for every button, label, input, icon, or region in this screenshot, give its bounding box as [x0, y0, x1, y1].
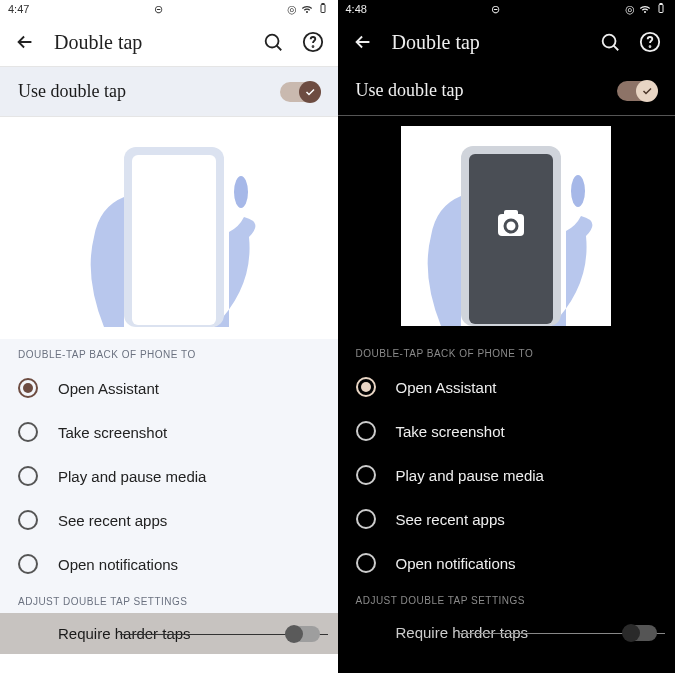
option-label: Open Assistant [396, 379, 497, 396]
option-label: Take screenshot [396, 423, 505, 440]
clock: 4:47 [8, 3, 29, 15]
master-toggle-row[interactable]: Use double tap [338, 66, 676, 115]
svg-point-2 [265, 35, 278, 48]
search-icon[interactable] [262, 31, 284, 53]
master-toggle-row[interactable]: Use double tap [0, 66, 338, 117]
option-label: Take screenshot [58, 424, 167, 441]
dnd-icon: ⊝ [491, 3, 500, 16]
wifi-icon [301, 2, 313, 16]
require-harder-taps-row[interactable]: Require harder taps [0, 613, 338, 654]
section-header-actions: DOUBLE-TAP BACK OF PHONE TO [338, 338, 676, 365]
illustration-area [0, 117, 338, 339]
app-bar: Double tap [338, 18, 676, 66]
svg-rect-19 [504, 210, 518, 216]
option-open-assistant[interactable]: Open Assistant [338, 365, 676, 409]
radio-icon [356, 465, 376, 485]
radio-icon [356, 377, 376, 397]
option-label: Play and pause media [58, 468, 206, 485]
dnd-icon: ⊝ [154, 3, 163, 16]
setting-toggle-switch[interactable] [623, 625, 657, 641]
svg-rect-1 [322, 4, 324, 5]
wifi-icon [639, 2, 651, 16]
option-label: Play and pause media [396, 467, 544, 484]
svg-point-7 [234, 176, 248, 208]
back-icon[interactable] [14, 31, 36, 53]
help-icon[interactable] [302, 31, 324, 53]
svg-rect-15 [469, 154, 553, 324]
clock: 4:48 [346, 3, 367, 15]
option-open-assistant[interactable]: Open Assistant [0, 366, 338, 410]
status-bar: 4:48 ⊝ ◎ [338, 0, 676, 18]
svg-rect-6 [132, 155, 216, 325]
battery-icon [655, 2, 667, 16]
illustration-area [338, 116, 676, 338]
page-title: Double tap [392, 31, 582, 54]
master-toggle-switch[interactable] [617, 81, 657, 101]
setting-toggle-switch[interactable] [286, 626, 320, 642]
option-play-pause-media[interactable]: Play and pause media [338, 453, 676, 497]
action-list: Open Assistant Take screenshot Play and … [338, 365, 676, 585]
back-icon[interactable] [352, 31, 374, 53]
svg-rect-9 [660, 4, 662, 5]
option-take-screenshot[interactable]: Take screenshot [0, 410, 338, 454]
search-icon[interactable] [599, 31, 621, 53]
option-label: Open notifications [396, 555, 516, 572]
svg-point-10 [603, 35, 616, 48]
option-play-pause-media[interactable]: Play and pause media [0, 454, 338, 498]
option-label: Open notifications [58, 556, 178, 573]
radio-icon [18, 378, 38, 398]
battery-icon [317, 2, 329, 16]
section-header-actions: DOUBLE-TAP BACK OF PHONE TO [0, 339, 338, 366]
action-list: Open Assistant Take screenshot Play and … [0, 366, 338, 586]
option-open-notifications[interactable]: Open notifications [0, 542, 338, 586]
radio-icon [356, 421, 376, 441]
status-icons: ⊝ [154, 3, 163, 16]
radio-icon [18, 554, 38, 574]
phone-illustration [64, 127, 274, 327]
require-harder-taps-row[interactable]: Require harder taps [338, 612, 676, 653]
phone-illustration [401, 126, 611, 326]
radio-icon [18, 422, 38, 442]
switch-knob [636, 80, 658, 102]
radio-icon [356, 553, 376, 573]
status-icons-right: ◎ [625, 2, 667, 16]
status-icons-right: ◎ [287, 2, 329, 16]
section-header-adjust: ADJUST DOUBLE TAP SETTINGS [0, 586, 338, 613]
option-see-recent-apps[interactable]: See recent apps [0, 498, 338, 542]
svg-point-4 [312, 46, 313, 47]
option-label: See recent apps [58, 512, 167, 529]
master-toggle-switch[interactable] [280, 82, 320, 102]
radio-icon [356, 509, 376, 529]
app-bar: Double tap [0, 18, 338, 66]
svg-point-16 [571, 175, 585, 207]
svg-point-12 [650, 46, 651, 47]
switch-knob [299, 81, 321, 103]
svg-rect-0 [321, 5, 325, 13]
option-label: See recent apps [396, 511, 505, 528]
status-bar: 4:47 ⊝ ◎ [0, 0, 338, 18]
option-open-notifications[interactable]: Open notifications [338, 541, 676, 585]
vibrate-icon: ◎ [625, 3, 635, 16]
option-see-recent-apps[interactable]: See recent apps [338, 497, 676, 541]
radio-icon [18, 510, 38, 530]
svg-rect-8 [659, 5, 663, 13]
section-header-adjust: ADJUST DOUBLE TAP SETTINGS [338, 585, 676, 612]
vibrate-icon: ◎ [287, 3, 297, 16]
status-icons: ⊝ [491, 3, 500, 16]
master-toggle-label: Use double tap [356, 80, 618, 101]
master-toggle-label: Use double tap [18, 81, 280, 102]
help-icon[interactable] [639, 31, 661, 53]
radio-icon [18, 466, 38, 486]
option-label: Open Assistant [58, 380, 159, 397]
option-take-screenshot[interactable]: Take screenshot [338, 409, 676, 453]
page-title: Double tap [54, 31, 244, 54]
